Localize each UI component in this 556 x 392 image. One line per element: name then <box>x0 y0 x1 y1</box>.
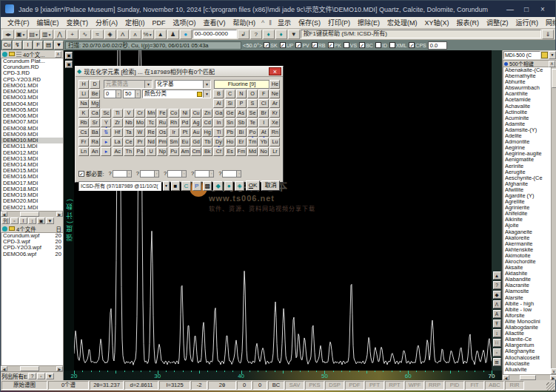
phase-list-item[interactable]: Afwillite <box>503 187 556 193</box>
checkbox-pv[interactable]: ✓ <box>295 42 301 48</box>
element-As[interactable]: As <box>236 109 247 118</box>
chart-tool-button-2[interactable]: ? <box>493 281 501 289</box>
row-expand-icon[interactable]: ▸ <box>101 147 111 156</box>
menu-item-5[interactable]: 定相(I) <box>121 17 149 28</box>
menu-item-right-6[interactable]: XY轴(X) <box>421 17 452 28</box>
element-Kr[interactable]: Kr <box>269 109 280 118</box>
folder-icon-2[interactable] <box>9 226 15 231</box>
element-Po[interactable]: Po▲ <box>247 128 258 137</box>
phase-list-item[interactable]: Allactite <box>503 331 556 337</box>
status-mode-pdf[interactable]: PDF <box>345 381 364 390</box>
overlay-phases-icon[interactable]: ▲ <box>155 30 167 39</box>
element-filter-dropdown[interactable]: 元素筛选▼ <box>104 80 153 89</box>
element-Nd[interactable]: Nd <box>146 138 156 146</box>
status-mode-pks[interactable]: PKS <box>305 381 324 390</box>
element-Se[interactable]: Se <box>247 109 258 118</box>
phase-scroll-up-button[interactable]: ∧ <box>549 61 555 67</box>
phase-list-item[interactable]: Alite Monoclini <box>503 319 556 325</box>
status-mode-abc[interactable]: ABC <box>485 381 504 390</box>
element-Sc[interactable]: Sc <box>101 109 111 118</box>
anode-button-2[interactable]: ↯ <box>13 41 22 50</box>
status-mode-pid[interactable]: PID <box>445 381 464 390</box>
menu-item-right-7[interactable]: 报表(R) <box>452 17 483 28</box>
element-K[interactable]: K <box>78 109 89 118</box>
element-Ru[interactable]: Ru <box>157 118 167 127</box>
element-Ln[interactable]: Ln <box>78 147 89 156</box>
status-mode-rrp[interactable]: RRP <box>425 381 444 390</box>
phase-list-item[interactable]: Allochalcoselit <box>503 355 556 361</box>
list-control-button-3[interactable]: I <box>19 217 27 224</box>
scroll-arrows-icon[interactable]: ◂▸ <box>2 30 14 39</box>
max-count-spinner[interactable]: 50↕ <box>123 89 141 98</box>
phase-list-item[interactable]: Aeschynite-(Ce <box>503 175 556 181</box>
element-Cu[interactable]: Cu <box>191 109 201 118</box>
list-all-dropdown-button[interactable]: ▼ <box>46 373 54 379</box>
chart-tool-button-10[interactable]: ⊞ <box>493 358 501 366</box>
element-Th[interactable]: Th <box>124 147 134 156</box>
list-control-button-5[interactable]: ▣ <box>37 217 45 224</box>
phase-list-item[interactable]: Akimotoite <box>503 253 556 259</box>
hscroll-track[interactable] <box>7 212 56 217</box>
scroll-left-icon[interactable]: ◀ <box>1 212 7 217</box>
slot-field[interactable]: ↕ <box>113 170 132 178</box>
menu-item-right-3[interactable]: 打印(P) <box>324 17 354 28</box>
element-Zr[interactable]: Zr <box>113 118 123 127</box>
status-mode-rir[interactable]: RIR <box>505 381 524 390</box>
slot-field[interactable]: ↕ <box>222 170 241 178</box>
element-Co[interactable]: Co <box>169 109 179 118</box>
menu-item-7[interactable]: 选项(O) <box>170 17 200 28</box>
peak-label-icon[interactable]: ʌ <box>130 30 141 39</box>
wpf-list-hscroll[interactable]: ◀ ▶ <box>1 365 63 371</box>
prev-card-button[interactable]: ♦ <box>263 30 275 39</box>
file-row[interactable]: DEMO07.MDI <box>1 119 63 125</box>
element-P[interactable]: P <box>236 99 247 108</box>
resize-grip[interactable] <box>546 382 555 391</box>
anode-button-1[interactable]: Cu <box>2 41 12 50</box>
chevron-down-icon[interactable]: ▼ <box>144 81 152 88</box>
file-row[interactable]: DEMO19.MDI <box>1 192 63 198</box>
phase-list-item[interactable]: Acuminite <box>503 115 556 121</box>
element-Ar[interactable]: Ar <box>269 99 280 108</box>
phase-list-item[interactable]: Aenigmatite <box>503 157 556 163</box>
slot-field[interactable]: ↕ <box>167 170 187 178</box>
element-Es[interactable]: Es <box>225 147 235 156</box>
element-Er[interactable]: Er <box>236 138 247 146</box>
checkbox-rb[interactable]: ✓ <box>312 42 318 48</box>
element-In[interactable]: In <box>213 118 224 127</box>
phase-list-item[interactable]: Aegirine <box>503 145 556 151</box>
maximize-button[interactable]: □ <box>518 5 535 13</box>
card-dropdown-button[interactable]: ▼ <box>288 30 300 39</box>
element-Dy[interactable]: Dy▲ <box>213 138 224 146</box>
element-Rh[interactable]: Rh <box>169 118 179 127</box>
smooth-icon[interactable]: ≈ <box>92 30 104 39</box>
element-Eu[interactable]: Eu <box>180 138 190 146</box>
file-row[interactable]: DEMO21.MDI <box>1 205 63 211</box>
element-Br[interactable]: Br <box>258 109 269 118</box>
element-Ta[interactable]: Ta <box>124 128 134 137</box>
y-scale-button-2[interactable]: ▣ <box>65 61 73 68</box>
element-Fm[interactable]: Fm <box>236 147 247 156</box>
list-all-option-button[interactable]: ▫ <box>37 373 45 379</box>
phase-list-item[interactable]: Allabogdanite <box>503 325 556 331</box>
element-Am[interactable]: Am <box>180 147 190 156</box>
menu-item-6[interactable]: PDF <box>149 18 170 27</box>
element-Cr[interactable]: Cr <box>135 109 145 118</box>
element-Si[interactable]: Si <box>225 99 235 108</box>
element-Na[interactable]: Na <box>78 99 89 108</box>
phase-list-item[interactable]: Admontite <box>503 139 556 145</box>
element-W[interactable]: W <box>135 128 145 137</box>
file-row[interactable]: DEMO14.MDI <box>1 162 63 168</box>
element-O[interactable]: O <box>247 89 258 98</box>
element-Md[interactable]: Md <box>247 147 258 156</box>
peak-search-icon[interactable]: Λ <box>117 30 129 39</box>
element-I[interactable]: I <box>258 118 269 127</box>
globe-button[interactable]: ● <box>224 181 233 191</box>
menu-item-3[interactable]: 变换(T) <box>63 17 93 28</box>
status-mode-rpt[interactable]: RPT <box>385 381 404 390</box>
element-D[interactable]: D <box>90 80 100 89</box>
phase-list-item[interactable]: Acanthite <box>503 91 556 97</box>
element-Pb[interactable]: Pb <box>225 128 235 137</box>
file-row[interactable]: Corundum.RD <box>1 64 63 70</box>
phase-list-item[interactable]: Akermanite <box>503 241 556 247</box>
element-Ag[interactable]: Ag <box>191 118 201 127</box>
